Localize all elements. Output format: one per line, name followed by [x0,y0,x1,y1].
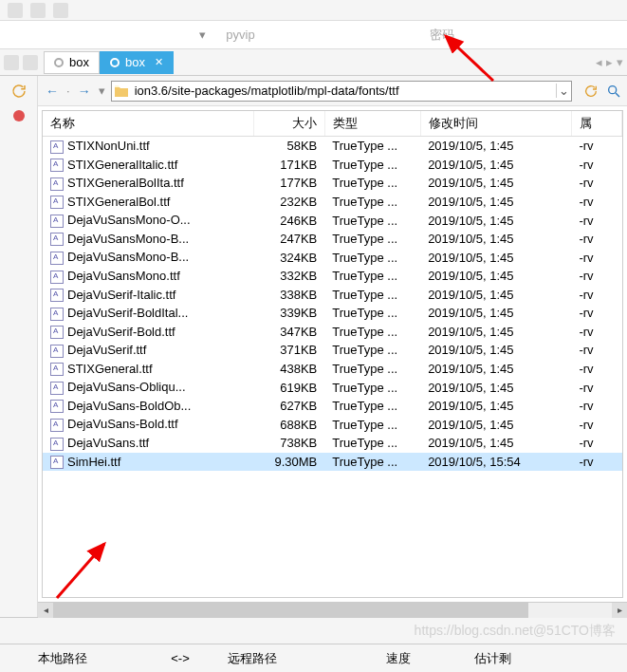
col-header-type[interactable]: 类型 [324,111,420,137]
file-type: TrueType ... [324,230,420,249]
tab-box-inactive[interactable]: box [44,51,100,74]
path-box[interactable]: ion3.6/site-packages/matplotlib/mpl-data… [111,81,572,102]
file-attr: -rv [571,323,621,342]
table-row[interactable]: DejaVuSerif.ttf371KBTrueType ...2019/10/… [43,341,622,360]
table-row[interactable]: DejaVuSans-BoldOb...627KBTrueType ...201… [43,397,622,416]
file-size: 688KB [254,415,324,434]
file-attr: -rv [571,434,621,453]
font-file-icon [50,271,64,284]
col-header-attr[interactable]: 属 [571,111,621,137]
scroll-right-icon[interactable]: ▸ [612,603,627,618]
chevron-left-icon[interactable]: ◂ [596,55,602,69]
file-size: 232KB [254,193,324,212]
refresh-icon[interactable] [9,82,28,101]
file-name: DejaVuSans.ttf [67,436,149,450]
file-date: 2019/10/5, 1:45 [420,267,571,286]
file-attr: -rv [571,360,621,379]
toolbar-icon[interactable] [30,3,46,18]
table-row[interactable]: STIXNonUni.ttf58KBTrueType ...2019/10/5,… [43,137,622,156]
table-row[interactable]: DejaVuSans-Obliqu...619KBTrueType ...201… [43,378,622,397]
scroll-thumb[interactable] [53,603,528,618]
scroll-left-icon[interactable]: ◂ [38,603,53,618]
file-type: TrueType ... [324,248,420,267]
chevron-down-icon[interactable]: ▾ [617,55,623,69]
tab-label: box [125,55,145,69]
stop-icon[interactable] [9,106,28,125]
file-size: 338KB [254,286,324,305]
table-row[interactable]: DejaVuSerif-Italic.ttf338KBTrueType ...2… [43,286,622,305]
file-name: DejaVuSans-Bold.ttf [67,417,178,431]
table-row[interactable]: STIXGeneralBolIta.ttf177KBTrueType ...20… [43,174,622,193]
search-icon[interactable] [606,84,621,99]
scrollbar-horizontal[interactable]: ◂ ▸ [38,602,627,617]
file-date: 2019/10/5, 1:45 [420,174,571,193]
table-row[interactable]: DejaVuSansMono-O...246KBTrueType ...2019… [43,211,622,230]
table-row[interactable]: DejaVuSerif-BoldItal...339KBTrueType ...… [43,304,622,323]
file-name: DejaVuSansMono-B... [67,232,189,246]
toolbar-icon[interactable] [53,3,68,18]
file-type: TrueType ... [324,174,420,193]
table-row[interactable]: STIXGeneralItalic.ttf171KBTrueType ...20… [43,156,622,175]
status-speed[interactable]: 速度 [341,650,455,667]
file-date: 2019/10/5, 1:45 [420,323,571,342]
font-file-icon [50,140,64,154]
table-row[interactable]: DejaVuSansMono.ttf332KBTrueType ...2019/… [43,267,622,286]
file-name: DejaVuSansMono-O... [67,213,191,227]
scroll-track[interactable] [53,603,612,618]
file-date: 2019/10/5, 1:45 [420,286,571,305]
nav-fwd-button[interactable]: → [76,84,93,99]
toolbar-icon[interactable] [8,3,23,18]
font-file-icon [50,215,64,228]
font-file-icon [50,438,64,451]
path-text: ion3.6/site-packages/matplotlib/mpl-data… [131,84,556,98]
status-direction[interactable]: <-> [152,651,209,665]
nav-fwd-icon[interactable] [23,55,38,70]
username-field[interactable]: pyvip [220,25,415,46]
file-type: TrueType ... [324,286,420,305]
file-name: STIXGeneral.ttf [67,362,153,376]
font-file-icon [50,456,64,469]
chevron-down-icon[interactable]: ▾ [99,84,105,98]
col-header-modified[interactable]: 修改时间 [420,111,571,137]
file-size: 171KB [254,156,324,175]
font-file-icon [50,363,64,376]
close-icon[interactable]: ✕ [155,56,163,68]
table-row[interactable]: DejaVuSansMono-B...324KBTrueType ...2019… [43,248,622,267]
table-row[interactable]: STIXGeneralBol.ttf232KBTrueType ...2019/… [43,193,622,212]
file-size: 247KB [254,230,324,249]
font-file-icon [50,196,64,209]
file-attr: -rv [571,137,621,156]
status-remote[interactable]: 远程路径 [209,650,341,667]
status-estimate[interactable]: 估计剩 [455,650,531,667]
file-attr: -rv [571,397,621,416]
table-row[interactable]: DejaVuSans-Bold.ttf688KBTrueType ...2019… [43,415,622,434]
file-size: 332KB [254,267,324,286]
file-size: 246KB [254,211,324,230]
dropdown-icon[interactable]: ▾ [199,28,212,42]
chevron-right-icon[interactable]: ▸ [606,55,613,69]
refresh-icon[interactable] [583,84,599,99]
password-field[interactable]: 密码 [424,25,619,46]
table-row[interactable]: DejaVuSansMono-B...247KBTrueType ...2019… [43,230,622,249]
table-row[interactable]: STIXGeneral.ttf438KBTrueType ...2019/10/… [43,360,622,379]
col-header-name[interactable]: 名称 [43,111,254,137]
nav-back-button[interactable]: ← [44,84,61,99]
chevron-down-icon[interactable]: ⌄ [556,84,571,98]
file-attr: -rv [571,453,621,472]
file-size: 58KB [254,137,324,156]
table-row[interactable]: SimHei.ttf9.30MBTrueType ...2019/10/5, 1… [43,453,622,472]
table-row[interactable]: DejaVuSerif-Bold.ttf347KBTrueType ...201… [43,323,622,342]
col-header-size[interactable]: 大小 [254,111,324,137]
file-table-wrap[interactable]: 名称 大小 类型 修改时间 属 STIXNonUni.ttf58KBTrueTy… [42,110,623,598]
file-date: 2019/10/5, 1:45 [420,341,571,360]
table-row[interactable]: DejaVuSans.ttf738KBTrueType ...2019/10/5… [43,434,622,453]
file-attr: -rv [571,174,621,193]
font-file-icon [50,345,64,358]
file-type: TrueType ... [324,378,420,397]
nav-back-icon[interactable] [4,55,19,70]
file-type: TrueType ... [324,434,420,453]
file-table: 名称 大小 类型 修改时间 属 STIXNonUni.ttf58KBTrueTy… [43,111,622,471]
tab-box-active[interactable]: box ✕ [100,51,174,74]
status-local[interactable]: 本地路径 [19,650,152,667]
file-size: 177KB [254,174,324,193]
